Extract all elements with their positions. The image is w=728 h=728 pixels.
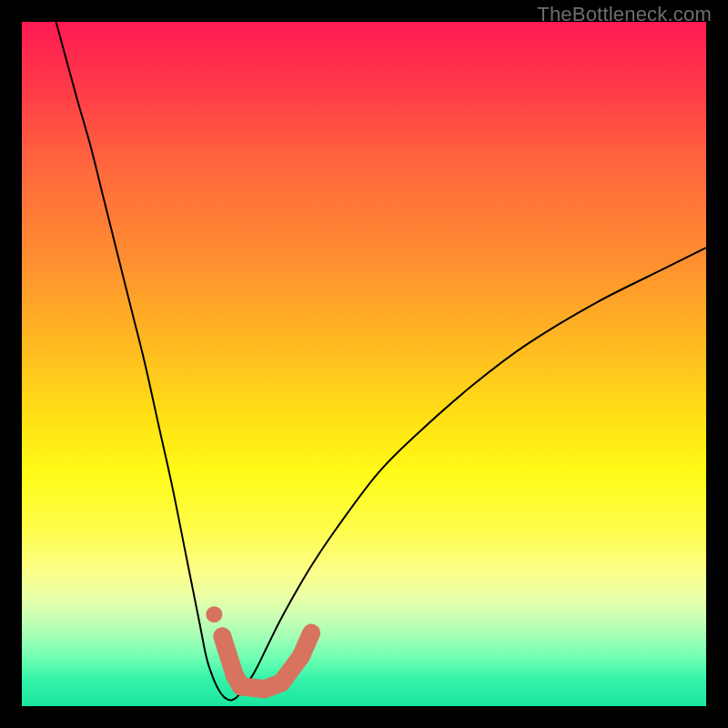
- marker-segment-5: [301, 633, 311, 657]
- bottleneck-curve-svg: [22, 22, 706, 706]
- highlighted-range-markers: [206, 606, 311, 689]
- marker-dot: [206, 606, 222, 622]
- chart-plot-area: [22, 22, 706, 706]
- bottleneck-curve-path: [56, 22, 706, 700]
